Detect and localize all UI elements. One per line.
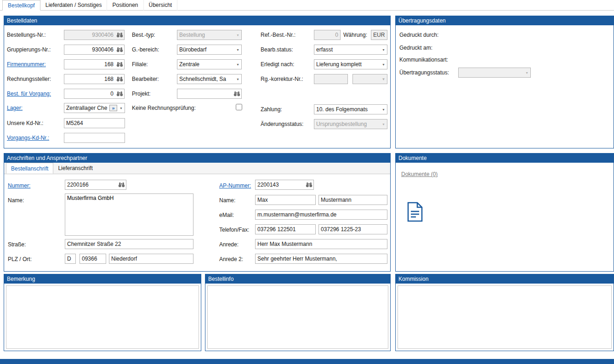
name-textarea[interactable]: Musterfirma GmbH: [65, 193, 193, 236]
bestelldaten-panel-header: Bestelldaten: [4, 16, 390, 25]
nummer-input[interactable]: [65, 180, 117, 189]
email-input[interactable]: [255, 210, 387, 220]
rechnungssteller-search-icon[interactable]: [115, 74, 124, 84]
dokumente-link[interactable]: Dokumente (0): [401, 171, 438, 178]
anrede-input[interactable]: [255, 239, 387, 249]
g-bereich-dropdown[interactable]: Bürobedarf ▼: [177, 45, 242, 55]
anrede2-label: Anrede 2:: [219, 256, 243, 263]
ap-nummer-input[interactable]: [256, 180, 305, 189]
vorname-input[interactable]: [255, 195, 316, 205]
firmennummer-search-icon[interactable]: [115, 60, 124, 69]
erledigt-nach-dropdown[interactable]: Lieferung komplett ▼: [314, 59, 387, 69]
bestelldaten-panel: Bestelldaten Bestellungs-Nr.: Gruppierun…: [4, 16, 391, 148]
projekt-field: [177, 89, 242, 99]
rg-korrektur-nr-dropdown-arrow-icon: ▼: [380, 77, 387, 81]
anrede2-input[interactable]: [255, 254, 387, 264]
bearb-status-value: erfasst: [314, 46, 380, 53]
strasse-input[interactable]: [65, 239, 193, 249]
aenderungsstatus-label: Änderungsstatus:: [261, 121, 303, 128]
anschriften-panel: Anschriften und Ansprechpartner Bestella…: [4, 153, 391, 272]
unsere-kd-nr-input[interactable]: [64, 118, 125, 128]
best-typ-label: Best.-typ:: [132, 32, 155, 39]
tab-lieferanschrift[interactable]: Lieferanschrift: [53, 163, 97, 174]
projekt-input[interactable]: [177, 89, 233, 98]
telefon-input[interactable]: [255, 224, 316, 234]
gruppierungs-nr-field: [64, 45, 125, 55]
rechnungssteller-label: Rechnungssteller:: [7, 76, 51, 83]
best-fuer-vorgang-label-link[interactable]: Best. für Vorgang:: [7, 91, 51, 97]
ort-input[interactable]: [109, 254, 193, 264]
vorgangs-kd-nr-label-link[interactable]: Vorgangs-Kd-Nr.:: [7, 135, 49, 142]
name-label: Name:: [8, 197, 24, 204]
best-fuer-vorgang-input[interactable]: [64, 89, 115, 98]
nummer-label-link[interactable]: Nummer:: [8, 182, 30, 189]
fax-input[interactable]: [318, 224, 387, 234]
firmennummer-input[interactable]: [64, 60, 115, 69]
rg-korrektur-nr-dropdown: ▼: [352, 74, 387, 84]
tab-uebersicht[interactable]: Übersicht: [144, 0, 178, 11]
filiale-value: Zentrale: [177, 61, 234, 68]
lager-dropdown-arrow-icon[interactable]: ▼: [118, 107, 125, 110]
bestellinfo-panel: Bestellinfo: [205, 274, 391, 351]
document-icon[interactable]: [407, 202, 423, 223]
rechnungssteller-field: [64, 74, 125, 84]
gruppierungs-nr-input[interactable]: [64, 45, 115, 54]
dokumente-panel-header: Dokumente: [396, 154, 614, 163]
zahlung-dropdown[interactable]: 10. des Folgemonats ▼: [314, 104, 387, 114]
email-label: eMail:: [219, 212, 234, 219]
uebertragungsdaten-panel-header: Übertragungsdaten: [396, 16, 614, 25]
nachname-input[interactable]: [318, 195, 387, 205]
ap-nummer-label-link[interactable]: AP-Nummer:: [219, 182, 251, 189]
anschriften-tab-bar: Bestellanschrift Lieferanschrift: [4, 163, 390, 174]
land-input[interactable]: [65, 254, 76, 264]
ap-nummer-field: [255, 180, 314, 190]
keine-rechnungspruefung-checkbox[interactable]: [236, 104, 242, 110]
bearbeiter-dropdown[interactable]: Schnellschmidt, Sa ▼: [177, 74, 242, 84]
bearb-status-dropdown[interactable]: erfasst ▼: [314, 45, 387, 55]
tab-lieferdaten-sonstiges[interactable]: Lieferdaten / Sonstiges: [40, 0, 108, 11]
lager-label-link[interactable]: Lager:: [7, 105, 23, 112]
gruppierungs-nr-search-icon[interactable]: [115, 45, 124, 54]
lager-dropdown[interactable]: Zentrallager Che » ▼: [64, 103, 125, 113]
bestellungs-nr-input: [64, 30, 115, 40]
projekt-label: Projekt:: [132, 91, 151, 97]
zahlung-dropdown-arrow-icon: ▼: [380, 108, 387, 111]
bemerkung-textarea[interactable]: [6, 285, 199, 349]
waehrung-value: EUR: [371, 30, 387, 40]
aenderungsstatus-value: Ursprungsbestellung: [314, 121, 380, 127]
unsere-kd-nr-label: Unsere Kd-Nr.:: [7, 120, 43, 127]
erledigt-nach-dropdown-arrow-icon: ▼: [380, 63, 387, 66]
filiale-dropdown[interactable]: Zentrale ▼: [177, 59, 242, 69]
gedruckt-durch-label: Gedruckt durch:: [399, 32, 438, 39]
ap-name-label: Name:: [219, 197, 235, 204]
rg-korrektur-nr-input: [314, 74, 348, 84]
ap-nummer-search-icon[interactable]: [305, 180, 313, 189]
bestellungs-nr-search-icon[interactable]: [115, 30, 124, 40]
plz-input[interactable]: [80, 254, 106, 264]
bearb-status-label: Bearb.status:: [261, 46, 293, 53]
kommunikationsart-label: Kommunikationsart:: [399, 57, 448, 63]
projekt-search-icon[interactable]: [233, 89, 241, 98]
tab-bestellkopf[interactable]: Bestellkopf: [2, 0, 40, 11]
bestellungs-nr-label: Bestellungs-Nr.:: [7, 32, 46, 39]
bemerkung-panel-header: Bemerkung: [4, 274, 201, 284]
best-fuer-vorgang-search-icon[interactable]: [115, 89, 124, 98]
filiale-label: Filiale:: [132, 61, 148, 68]
tab-positionen[interactable]: Positionen: [107, 0, 143, 11]
firmennummer-label-link[interactable]: Firmennummer:: [7, 61, 46, 68]
rg-korrektur-nr-label: Rg.-korrektur-Nr.:: [261, 76, 303, 83]
uebertragungsstatus-label: Übertragungsstatus:: [399, 69, 449, 76]
lager-forward-icon[interactable]: »: [109, 105, 117, 111]
vorgangs-kd-nr-input[interactable]: [64, 133, 125, 143]
telefon-fax-label: Telefon/Fax:: [219, 227, 249, 233]
bestellinfo-textarea[interactable]: [207, 285, 388, 349]
rechnungssteller-input[interactable]: [64, 74, 115, 84]
bottom-status-bar: [0, 359, 614, 364]
kommission-textarea[interactable]: [398, 285, 612, 349]
tab-bestellanschrift[interactable]: Bestellanschrift: [6, 163, 53, 174]
nummer-search-icon[interactable]: [117, 180, 126, 189]
bearb-status-dropdown-arrow-icon: ▼: [380, 48, 387, 51]
g-bereich-value: Bürobedarf: [177, 46, 234, 53]
aenderungsstatus-dropdown: Ursprungsbestellung ▼: [314, 119, 387, 129]
kommission-panel: Kommission: [395, 274, 614, 351]
